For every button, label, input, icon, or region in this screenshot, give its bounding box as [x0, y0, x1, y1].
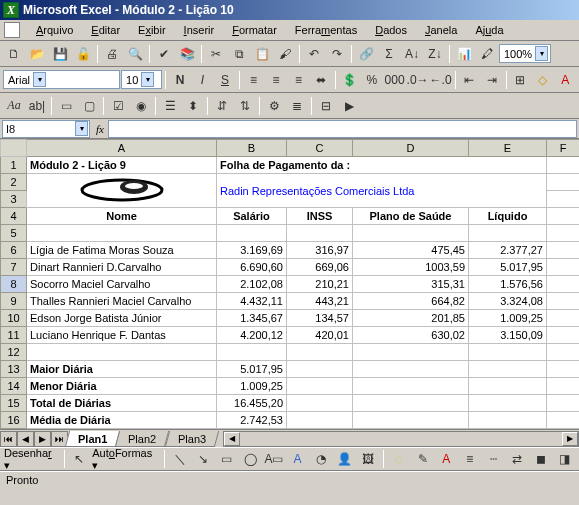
cell[interactable]: Módulo 2 - Lição 9	[27, 157, 217, 174]
chevron-down-icon[interactable]: ▾	[535, 46, 548, 61]
print-preview-button[interactable]: 🔍	[124, 43, 146, 64]
chevron-down-icon[interactable]: ▾	[75, 121, 88, 136]
cell[interactable]: Edson Jorge Batista Júnior	[27, 310, 217, 327]
increase-indent-button[interactable]: ⇥	[481, 69, 502, 90]
cell[interactable]	[287, 378, 353, 395]
cell[interactable]: 420,01	[287, 327, 353, 344]
cell[interactable]	[287, 344, 353, 361]
borders-button[interactable]: ⊞	[510, 69, 531, 90]
cell[interactable]	[547, 191, 580, 208]
sort-desc-button[interactable]: Z↓	[424, 43, 446, 64]
row-header[interactable]: 14	[1, 378, 27, 395]
research-button[interactable]: 📚	[176, 43, 198, 64]
cell[interactable]	[469, 344, 547, 361]
sheet-tab-plan2[interactable]: Plan2	[115, 431, 169, 447]
autoshapes-menu[interactable]: AutoFormas ▾	[92, 447, 160, 472]
percent-button[interactable]: %	[361, 69, 382, 90]
cell[interactable]	[547, 395, 580, 412]
cell[interactable]: 5.017,95	[469, 259, 547, 276]
cell[interactable]: 669,06	[287, 259, 353, 276]
fill-color-button[interactable]: ◇	[532, 69, 553, 90]
col-header-a[interactable]: A	[27, 140, 217, 157]
cell[interactable]	[469, 395, 547, 412]
row-header[interactable]: 5	[1, 225, 27, 242]
cut-button[interactable]: ✂	[205, 43, 227, 64]
tab-nav-next[interactable]: ▶	[34, 431, 51, 447]
formula-input[interactable]	[108, 120, 577, 138]
col-header-e[interactable]: E	[469, 140, 547, 157]
arrow-style-button[interactable]: ⇄	[506, 449, 528, 470]
menu-format[interactable]: Formatar	[224, 23, 285, 37]
decrease-indent-button[interactable]: ⇤	[459, 69, 480, 90]
cell[interactable]: 315,31	[353, 276, 469, 293]
cell[interactable]	[469, 225, 547, 242]
run-dialog-button[interactable]: ▶	[338, 95, 360, 116]
cell[interactable]	[547, 208, 580, 225]
cell[interactable]: Maior Diária	[27, 361, 217, 378]
cell[interactable]: 4.432,11	[217, 293, 287, 310]
cell[interactable]: 1.009,25	[217, 378, 287, 395]
increase-decimal-button[interactable]: .0→	[407, 69, 429, 90]
name-box[interactable]: I8 ▾	[2, 120, 90, 138]
text-box-button[interactable]: A▭	[263, 449, 285, 470]
cell[interactable]	[469, 378, 547, 395]
insert-picture-button[interactable]: 🖼	[358, 449, 380, 470]
cell[interactable]: 6.690,60	[217, 259, 287, 276]
menu-window[interactable]: Janela	[417, 23, 465, 37]
cell[interactable]: Plano de Saúde	[353, 208, 469, 225]
row-header[interactable]: 9	[1, 293, 27, 310]
scroll-right-button[interactable]: ▶	[562, 432, 578, 446]
currency-button[interactable]: 💲	[339, 69, 360, 90]
cell[interactable]: 664,82	[353, 293, 469, 310]
row-header[interactable]: 12	[1, 344, 27, 361]
font-size-combo[interactable]: 10▾	[121, 70, 162, 89]
diagram-button[interactable]: ◔	[310, 449, 332, 470]
row-header[interactable]: 1	[1, 157, 27, 174]
cell[interactable]	[217, 225, 287, 242]
cell[interactable]	[287, 361, 353, 378]
cell[interactable]	[547, 174, 580, 191]
cell[interactable]	[547, 259, 580, 276]
cell[interactable]: Thalles Rannieri Maciel Carvalho	[27, 293, 217, 310]
row-header[interactable]: 10	[1, 310, 27, 327]
cell[interactable]: 134,57	[287, 310, 353, 327]
cell[interactable]	[287, 395, 353, 412]
chevron-down-icon[interactable]: ▾	[141, 72, 154, 87]
sort-asc-button[interactable]: A↓	[401, 43, 423, 64]
cell[interactable]: 201,85	[353, 310, 469, 327]
print-button[interactable]: 🖨	[101, 43, 123, 64]
combo-box-button[interactable]: ⬍	[182, 95, 204, 116]
cell[interactable]: 210,21	[287, 276, 353, 293]
cell[interactable]	[353, 361, 469, 378]
cell[interactable]	[547, 378, 580, 395]
checkbox-button[interactable]: ☑	[107, 95, 129, 116]
cell[interactable]: INSS	[287, 208, 353, 225]
autosum-button[interactable]: Σ	[378, 43, 400, 64]
tab-nav-first[interactable]: ⏮	[0, 431, 17, 447]
cell[interactable]	[547, 327, 580, 344]
fx-icon[interactable]: fx	[96, 123, 104, 135]
merge-center-button[interactable]: ⬌	[310, 69, 331, 90]
fill-color-draw-button[interactable]: ◇	[388, 449, 410, 470]
cell[interactable]: Socorro Maciel Carvalho	[27, 276, 217, 293]
cell[interactable]: 1.345,67	[217, 310, 287, 327]
cell[interactable]	[547, 242, 580, 259]
paste-button[interactable]: 📋	[251, 43, 273, 64]
italic-button[interactable]: I	[192, 69, 213, 90]
drawing-button[interactable]: 🖍	[476, 43, 498, 64]
cell[interactable]: 2.377,27	[469, 242, 547, 259]
row-header[interactable]: 11	[1, 327, 27, 344]
cell[interactable]: 2.102,08	[217, 276, 287, 293]
line-color-button[interactable]: ✎	[412, 449, 434, 470]
edit-code-button[interactable]: ≣	[286, 95, 308, 116]
cell[interactable]: 16.455,20	[217, 395, 287, 412]
hyperlink-button[interactable]: 🔗	[355, 43, 377, 64]
menu-view[interactable]: Exibir	[130, 23, 174, 37]
cell[interactable]	[353, 378, 469, 395]
cell[interactable]: 3.324,08	[469, 293, 547, 310]
font-color-draw-button[interactable]: A	[435, 449, 457, 470]
toggle-grid-button[interactable]: ⊟	[315, 95, 337, 116]
cell[interactable]	[27, 225, 217, 242]
cell[interactable]: Lígia de Fatima Moras Souza	[27, 242, 217, 259]
col-header-d[interactable]: D	[353, 140, 469, 157]
